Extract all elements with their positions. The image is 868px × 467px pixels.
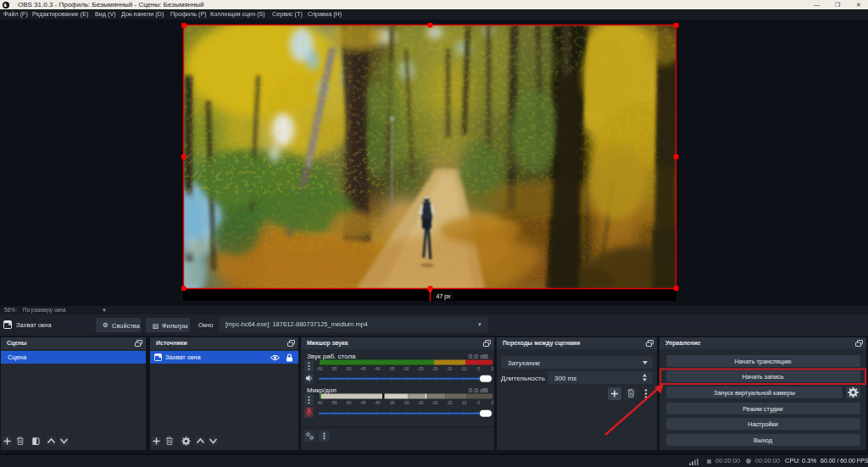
svg-text:47 px: 47 px [437, 293, 452, 300]
svg-text:-20: -20 [431, 400, 437, 405]
svg-text:-15: -15 [446, 366, 452, 371]
svg-text:Затухание: Затухание [508, 359, 541, 367]
svg-text:-35: -35 [388, 366, 394, 371]
svg-text:-10: -10 [460, 400, 466, 405]
svg-text:0: 0 [492, 366, 494, 371]
svg-text:-40: -40 [374, 400, 380, 405]
svg-text:0: 0 [492, 400, 494, 405]
svg-text:-55: -55 [331, 366, 337, 371]
svg-text:0.0 dB: 0.0 dB [469, 353, 488, 360]
svg-text:-15: -15 [446, 400, 452, 405]
svg-text:-25: -25 [417, 400, 423, 405]
svg-text:-20: -20 [431, 366, 437, 371]
svg-text:-45: -45 [359, 366, 365, 371]
svg-text:-45: -45 [359, 400, 365, 405]
svg-text:Микр/доп: Микр/доп [307, 386, 337, 394]
svg-text:-60: -60 [316, 400, 322, 405]
svg-text:Настройки: Настройки [748, 420, 778, 428]
svg-text:Выход: Выход [754, 436, 773, 444]
svg-text:Запуск виртуальной камеры: Запуск виртуальной камеры [714, 389, 795, 397]
svg-text:Звук раб. стола: Звук раб. стола [307, 353, 356, 360]
svg-text:-50: -50 [345, 400, 351, 405]
svg-text:Начать запись: Начать запись [743, 373, 784, 381]
svg-text:-5: -5 [476, 400, 481, 405]
svg-text:-25: -25 [417, 366, 423, 371]
svg-text:-30: -30 [403, 366, 409, 371]
svg-text:-50: -50 [345, 366, 351, 371]
svg-text:-5: -5 [476, 366, 481, 371]
svg-text:-40: -40 [374, 366, 380, 371]
svg-text:-30: -30 [403, 400, 409, 405]
svg-text:Начать трансляцию: Начать трансляцию [734, 358, 792, 365]
svg-text:Режим студии: Режим студии [743, 405, 782, 413]
svg-text:-60: -60 [316, 366, 322, 371]
svg-text:Длительность: Длительность [501, 375, 545, 382]
svg-text:-10: -10 [460, 366, 466, 371]
svg-text:-35: -35 [388, 400, 394, 405]
svg-text:-55: -55 [331, 400, 337, 405]
svg-text:0.0 dB: 0.0 dB [469, 386, 488, 394]
svg-text:300 ms: 300 ms [554, 375, 576, 382]
